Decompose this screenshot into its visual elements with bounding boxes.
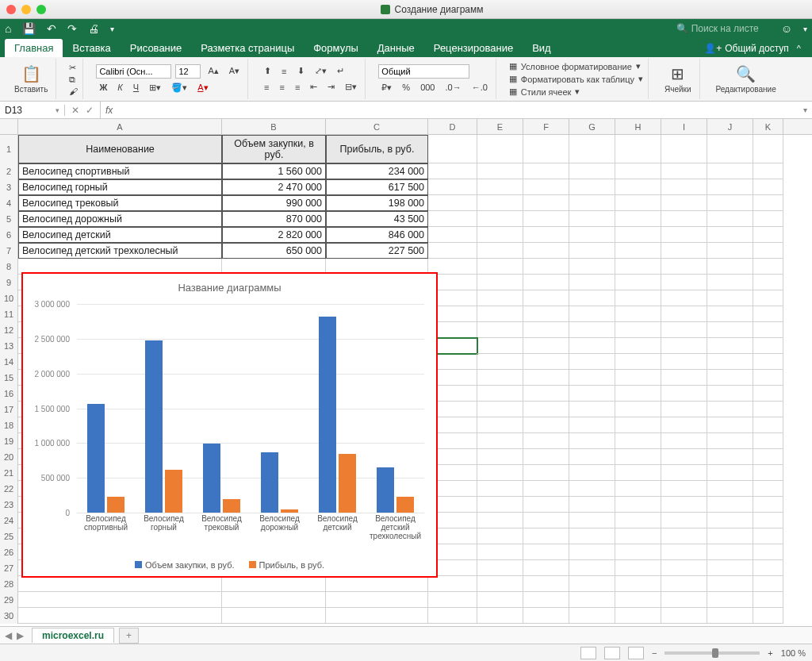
cell[interactable]: Велосипед трековый [18, 195, 222, 211]
cell[interactable] [477, 608, 523, 624]
cell[interactable] [661, 592, 707, 608]
cell[interactable] [477, 433, 523, 449]
cell[interactable] [707, 497, 753, 513]
chart-bar[interactable] [145, 340, 163, 513]
legend-item[interactable]: Прибыль, в руб. [249, 560, 325, 570]
cell[interactable] [707, 528, 753, 544]
row-header-17[interactable]: 17 [0, 402, 18, 417]
cell[interactable] [477, 481, 523, 497]
cell[interactable] [523, 528, 569, 544]
chart-bar[interactable] [223, 499, 240, 513]
conditional-formatting-button[interactable]: ▦ Условное форматирование ▾ [509, 61, 643, 71]
cell[interactable] [569, 560, 615, 576]
cell[interactable] [569, 306, 615, 322]
cell[interactable] [569, 370, 615, 386]
orientation-button[interactable]: ⤢▾ [312, 64, 330, 78]
cell[interactable] [661, 465, 707, 481]
cell[interactable] [707, 608, 753, 624]
cell[interactable] [753, 259, 783, 275]
cell[interactable] [569, 290, 615, 306]
cell[interactable] [707, 259, 753, 275]
chart-bar[interactable] [203, 444, 220, 513]
cell[interactable] [615, 544, 661, 560]
cell[interactable] [753, 497, 783, 513]
cell[interactable] [707, 290, 753, 306]
align-center-button[interactable]: ≡ [277, 81, 288, 94]
row-header-11[interactable]: 11 [0, 306, 18, 322]
decrease-font-button[interactable]: A▾ [226, 64, 243, 78]
cell[interactable] [753, 243, 783, 259]
chart-area[interactable]: Название диаграммы 0500 0001 000 0001 50… [21, 272, 438, 578]
row-header-25[interactable]: 25 [0, 528, 18, 544]
cell[interactable] [569, 497, 615, 513]
cell[interactable] [707, 433, 753, 449]
cell[interactable] [753, 465, 783, 481]
cell[interactable] [523, 227, 569, 243]
cell[interactable] [477, 417, 523, 433]
row-header-24[interactable]: 24 [0, 513, 18, 528]
print-icon[interactable]: 🖨 [88, 22, 99, 35]
cell[interactable] [615, 179, 661, 195]
cell[interactable] [523, 386, 569, 402]
cell[interactable] [569, 275, 615, 290]
cell[interactable] [569, 608, 615, 624]
cell[interactable] [661, 544, 707, 560]
cell[interactable] [569, 417, 615, 433]
cell[interactable] [615, 275, 661, 290]
cell[interactable] [707, 195, 753, 211]
cell[interactable] [661, 259, 707, 275]
cell[interactable] [707, 544, 753, 560]
view-page-break-button[interactable] [628, 647, 644, 659]
number-format-select[interactable] [378, 64, 469, 79]
cell[interactable] [477, 402, 523, 417]
cell[interactable] [661, 354, 707, 370]
cell[interactable] [569, 386, 615, 402]
cell[interactable] [523, 179, 569, 195]
cell[interactable] [569, 211, 615, 227]
cell[interactable] [661, 227, 707, 243]
expand-formula-icon[interactable]: ▾ [799, 106, 812, 114]
chart-bar[interactable] [107, 497, 124, 513]
underline-button[interactable]: Ч [130, 81, 142, 94]
cell[interactable] [615, 449, 661, 465]
tab-вид[interactable]: Вид [523, 39, 561, 57]
cell[interactable] [477, 306, 523, 322]
cell[interactable] [661, 417, 707, 433]
currency-button[interactable]: ₽▾ [378, 81, 395, 94]
redo-icon[interactable]: ↷ [67, 22, 77, 35]
zoom-in-button[interactable]: + [768, 648, 772, 658]
cell[interactable] [523, 243, 569, 259]
cell[interactable] [707, 465, 753, 481]
name-box[interactable]: D13 ▾ [0, 105, 65, 116]
cell[interactable] [477, 243, 523, 259]
format-as-table-button[interactable]: ▦ Форматировать как таблицу ▾ [509, 74, 643, 84]
cell[interactable] [661, 433, 707, 449]
window-maximize-icon[interactable] [36, 5, 46, 14]
cell[interactable] [707, 370, 753, 386]
cell[interactable] [615, 513, 661, 528]
cell[interactable] [615, 497, 661, 513]
column-header-D[interactable]: D [428, 119, 477, 134]
cell[interactable] [661, 338, 707, 354]
paste-button[interactable]: 📋 Вставить [11, 63, 51, 95]
cell[interactable] [707, 513, 753, 528]
cell[interactable] [523, 417, 569, 433]
cell[interactable] [523, 275, 569, 290]
cancel-formula-icon[interactable]: ✕ [71, 105, 79, 116]
cell[interactable] [615, 195, 661, 211]
cell[interactable]: 650 000 [222, 243, 326, 259]
view-normal-button[interactable] [580, 647, 596, 659]
cell[interactable] [615, 354, 661, 370]
row-header-8[interactable]: 8 [0, 259, 18, 275]
cell[interactable]: 227 500 [326, 243, 428, 259]
cell[interactable] [569, 163, 615, 179]
cell[interactable] [707, 576, 753, 592]
row-header-26[interactable]: 26 [0, 544, 18, 560]
cell[interactable]: Наименование [18, 135, 222, 163]
cell[interactable] [615, 481, 661, 497]
cell[interactable] [707, 449, 753, 465]
cell[interactable]: Велосипед дорожный [18, 211, 222, 227]
cell[interactable] [661, 243, 707, 259]
cell[interactable] [753, 227, 783, 243]
cell[interactable] [477, 370, 523, 386]
